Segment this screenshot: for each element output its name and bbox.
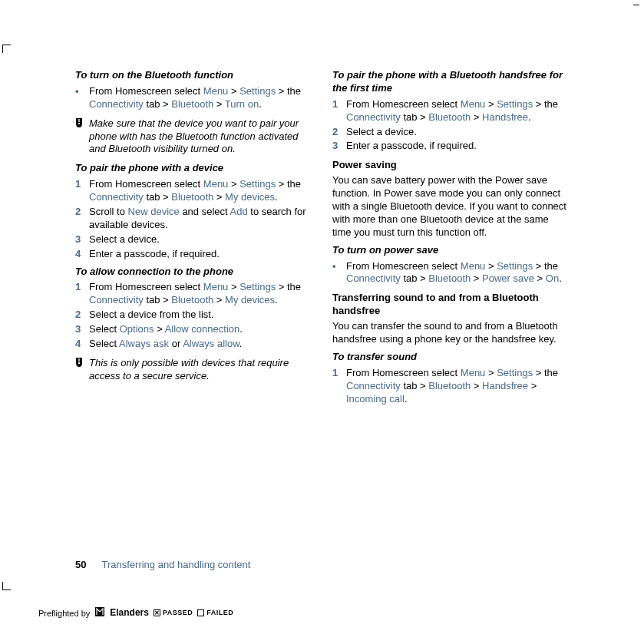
step-row: 2Select a device from the list.	[75, 309, 309, 322]
menu-link: Bluetooth	[428, 272, 471, 284]
step-number: 1	[75, 281, 89, 307]
text: or	[169, 338, 183, 349]
menu-link: On	[546, 272, 559, 284]
menu-link: Bluetooth	[428, 111, 471, 123]
menu-link: Settings	[497, 98, 533, 110]
step-text: Select Options > Allow connection.	[89, 323, 309, 336]
text: >	[471, 380, 482, 391]
failed-label: FAILED	[206, 609, 233, 618]
svg-rect-1	[78, 119, 79, 122]
step-text: Enter a passcode, if required.	[346, 140, 566, 153]
text: From Homescreen select	[89, 178, 203, 190]
menu-link: Turn on	[225, 98, 259, 110]
text: >	[154, 323, 165, 335]
step-text: Scroll to New device and select Add to s…	[89, 206, 309, 232]
menu-link: My devices	[225, 191, 275, 203]
menu-link: Handsfree	[482, 380, 528, 391]
text: > the	[276, 85, 301, 97]
heading-pair-handsfree: To pair the phone with a Bluetooth hands…	[332, 69, 566, 95]
step-number: 2	[332, 126, 346, 139]
heading-transfer-sound: To transfer sound	[332, 351, 566, 364]
menu-link: New device	[128, 206, 180, 217]
menu-link: Settings	[497, 367, 533, 378]
left-column: To turn on the Bluetooth function From H…	[75, 69, 309, 407]
page-footer: 50Transferring and handling content	[75, 559, 250, 572]
text: .	[528, 111, 531, 123]
step-text: From Homescreen select Menu > Settings >…	[346, 367, 566, 406]
menu-link: Allow connection	[165, 323, 240, 335]
step-text: From Homescreen select Menu > Settings >…	[89, 178, 309, 204]
step-row: 2Select a device.	[332, 126, 566, 139]
step-row: 1From Homescreen select Menu > Settings …	[332, 98, 566, 124]
text: .	[239, 338, 243, 349]
text: >	[485, 98, 497, 110]
svg-rect-2	[78, 362, 80, 364]
text: > the	[533, 367, 558, 378]
passed-label: PASSED	[163, 609, 193, 618]
note-icon	[75, 357, 89, 369]
step-text: From Homescreen select Menu > Settings >…	[346, 260, 566, 286]
step-row: 3Select a device.	[75, 233, 309, 246]
menu-link: Handsfree	[482, 111, 528, 123]
crop-mark-top-left	[2, 45, 11, 53]
text: Select	[89, 338, 119, 349]
preflight-strip: Preflighted by Elanders ✕PASSED FAILED	[38, 606, 233, 619]
menu-link: Always ask	[119, 338, 169, 349]
text: From Homescreen select	[89, 85, 203, 97]
step-row: 4Enter a passcode, if required.	[75, 248, 309, 261]
text: >	[534, 272, 546, 284]
menu-link: Options	[120, 323, 154, 335]
text: Scroll to	[89, 206, 128, 217]
step-text: Select a device from the list.	[89, 309, 309, 322]
step-row: 1From Homescreen select Menu > Settings …	[75, 178, 309, 204]
menu-link: My devices	[225, 294, 275, 305]
unchecked-box-icon	[197, 609, 204, 616]
menu-link: Settings	[239, 281, 276, 292]
menu-link: Settings	[239, 178, 276, 190]
menu-link: Connectivity	[346, 111, 401, 123]
menu-link: Connectivity	[89, 294, 144, 305]
step-row: 2Scroll to New device and select Add to …	[75, 206, 309, 232]
note-icon	[75, 117, 89, 130]
text: .	[259, 98, 262, 110]
svg-rect-0	[78, 123, 80, 124]
note: This is only possible with devices that …	[75, 357, 309, 383]
step-number: 3	[75, 233, 89, 246]
menu-link: Power save	[482, 272, 534, 284]
bullet-item: From Homescreen select Menu > Settings >…	[75, 85, 309, 111]
text: >	[213, 98, 225, 110]
step-number: 3	[332, 140, 346, 153]
text: .	[405, 393, 408, 405]
menu-link: Bluetooth	[171, 98, 213, 110]
step-number: 4	[75, 248, 89, 261]
step-text: Select Always ask or Always allow.	[89, 338, 309, 351]
menu-link: Connectivity	[89, 191, 144, 203]
crop-mark-bottom-left	[2, 582, 11, 590]
crop-tick-top-right	[633, 5, 639, 5]
menu-link: Connectivity	[89, 98, 144, 110]
menu-link: Bluetooth	[428, 380, 471, 391]
text: tab >	[401, 111, 429, 123]
menu-link: Bluetooth	[171, 191, 213, 203]
checked-box-icon: ✕	[154, 609, 160, 616]
menu-link: Menu	[203, 178, 229, 190]
step-number: 4	[75, 338, 89, 351]
step-row: 3Enter a passcode, if required.	[332, 140, 566, 153]
preflight-label: Preflighted by	[38, 608, 90, 619]
bullet-icon	[75, 85, 89, 111]
text: > the	[276, 281, 301, 292]
text: .	[559, 272, 562, 284]
text: >	[213, 191, 225, 203]
menu-link: Menu	[203, 85, 229, 97]
step-text: Enter a passcode, if required.	[89, 248, 309, 261]
page-content: To turn on the Bluetooth function From H…	[75, 69, 566, 407]
text: From Homescreen select	[89, 281, 203, 292]
text: .	[275, 294, 278, 305]
text: tab >	[401, 272, 429, 284]
step-row: 1From Homescreen select Menu > Settings …	[75, 281, 309, 307]
step-number: 1	[332, 367, 346, 406]
heading-power-saving: Power saving	[332, 159, 566, 172]
text: tab >	[144, 191, 172, 203]
preflight-brand: Elanders	[110, 607, 149, 619]
text: tab >	[401, 380, 429, 391]
